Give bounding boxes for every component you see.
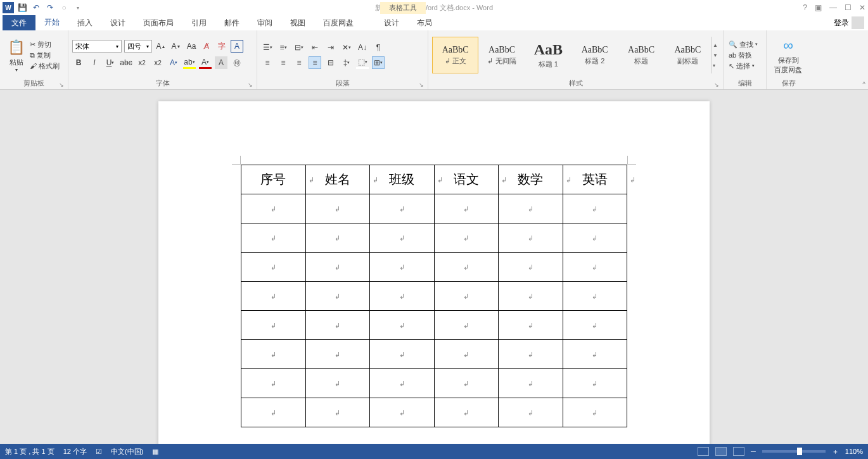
undo-icon[interactable]: ↶ bbox=[30, 2, 42, 13]
table-cell[interactable]: ↲ bbox=[434, 194, 499, 223]
enclose-char-icon[interactable]: ㊞ bbox=[231, 56, 243, 69]
table-cell[interactable]: ↲ bbox=[434, 223, 499, 253]
distribute-icon[interactable]: ⊟ bbox=[324, 56, 337, 69]
table-cell[interactable]: ↲ bbox=[563, 194, 627, 223]
table-header-cell[interactable]: 语文↲ bbox=[434, 165, 499, 194]
table-cell[interactable]: ↲ bbox=[499, 311, 563, 340]
decrease-indent-icon[interactable]: ⇤ bbox=[309, 41, 321, 54]
login-area[interactable]: 登录 bbox=[834, 16, 864, 29]
styles-scroll[interactable]: ▲▼▾ bbox=[711, 37, 719, 73]
table-cell[interactable]: ↲ bbox=[563, 369, 627, 398]
tab-home[interactable]: 开始 bbox=[35, 15, 68, 32]
table-cell[interactable]: ↲ bbox=[370, 340, 435, 369]
select-button[interactable]: ↖选择▾ bbox=[729, 61, 758, 71]
table-header-cell[interactable]: 序号↲ bbox=[241, 165, 306, 194]
table-cell[interactable]: ↲ bbox=[241, 223, 306, 253]
table-cell[interactable]: ↲ bbox=[499, 253, 563, 282]
minimize-icon[interactable]: — bbox=[829, 3, 837, 12]
shrink-font-icon[interactable]: A▼ bbox=[170, 40, 182, 53]
maximize-icon[interactable]: ☐ bbox=[845, 3, 852, 12]
word-count[interactable]: 12 个字 bbox=[63, 447, 87, 456]
save-baidu-button[interactable]: ∞ 保存到 百度网盘 bbox=[770, 34, 806, 76]
table-cell[interactable]: ↲ bbox=[499, 369, 563, 398]
align-center-icon[interactable]: ≡ bbox=[277, 56, 290, 69]
strike-button[interactable]: abc bbox=[120, 56, 132, 69]
table-cell[interactable]: ↲ bbox=[370, 282, 435, 311]
align-right-icon[interactable]: ≡ bbox=[293, 56, 305, 69]
table-cell[interactable]: ↲ bbox=[370, 398, 435, 427]
ribbon-toggle-icon[interactable]: ▣ bbox=[815, 3, 822, 12]
table-cell[interactable]: ↲ bbox=[434, 369, 499, 398]
grow-font-icon[interactable]: A▲ bbox=[155, 40, 167, 53]
line-spacing-icon[interactable]: ‡▾ bbox=[340, 56, 353, 69]
text-direction-icon[interactable]: ✕▾ bbox=[340, 41, 353, 54]
superscript-button[interactable]: x2 bbox=[151, 56, 164, 69]
web-layout-icon[interactable] bbox=[733, 447, 744, 456]
style-item[interactable]: AaBbC↲ 正文 bbox=[432, 37, 478, 73]
table-header-cell[interactable]: 姓名↲ bbox=[305, 165, 370, 194]
show-marks-icon[interactable]: ¶ bbox=[372, 41, 385, 54]
document-table[interactable]: 序号↲姓名↲班级↲语文↲数学↲英语↲↲↲↲↲↲↲↲↲↲↲↲↲↲↲↲↲↲↲↲↲↲↲… bbox=[241, 165, 627, 427]
tab-mailings[interactable]: 邮件 bbox=[215, 15, 248, 31]
help-icon[interactable]: ? bbox=[803, 3, 807, 12]
phonetic-icon[interactable]: 字 bbox=[215, 40, 228, 53]
highlight-icon[interactable]: ab▾ bbox=[183, 56, 196, 69]
tab-view[interactable]: 视图 bbox=[281, 15, 314, 31]
font-color-icon[interactable]: A▾ bbox=[199, 56, 212, 69]
print-layout-icon[interactable] bbox=[715, 447, 727, 456]
style-item[interactable]: AaBbC标题 2 bbox=[571, 37, 618, 73]
clear-format-icon[interactable]: A̸ bbox=[200, 40, 213, 53]
zoom-slider[interactable] bbox=[762, 450, 826, 453]
table-cell[interactable]: ↲ bbox=[563, 223, 627, 253]
align-left-icon[interactable]: ≡ bbox=[261, 56, 274, 69]
table-cell[interactable]: ↲ bbox=[370, 369, 435, 398]
zoom-in-icon[interactable]: ＋ bbox=[832, 447, 839, 456]
table-cell[interactable]: ↲ bbox=[241, 369, 306, 398]
table-cell[interactable]: ↲ bbox=[499, 282, 563, 311]
clipboard-launcher-icon[interactable]: ↘ bbox=[59, 82, 64, 88]
sort-icon[interactable]: A↓ bbox=[356, 41, 369, 54]
table-cell[interactable]: ↲ bbox=[305, 340, 370, 369]
numbering-icon[interactable]: ≡▾ bbox=[277, 41, 290, 54]
table-cell[interactable]: ↲ bbox=[305, 223, 370, 253]
zoom-level[interactable]: 110% bbox=[845, 448, 863, 455]
table-cell[interactable]: ↲ bbox=[499, 398, 563, 427]
qat-dropdown-icon[interactable]: ▾ bbox=[72, 2, 84, 13]
table-cell[interactable]: ↲ bbox=[241, 398, 306, 427]
page-indicator[interactable]: 第 1 页 , 共 1 页 bbox=[5, 447, 54, 456]
format-painter-button[interactable]: 🖌格式刷 bbox=[30, 61, 60, 71]
tab-table-design[interactable]: 设计 bbox=[375, 15, 408, 31]
paste-button[interactable]: 📋 粘贴 ▾ bbox=[4, 36, 29, 74]
table-cell[interactable]: ↲ bbox=[563, 253, 627, 282]
close-icon[interactable]: ✕ bbox=[859, 3, 865, 12]
table-cell[interactable]: ↲ bbox=[241, 311, 306, 340]
char-shading-icon[interactable]: A bbox=[215, 56, 227, 69]
char-border-icon[interactable]: A bbox=[231, 40, 243, 53]
increase-indent-icon[interactable]: ⇥ bbox=[324, 41, 337, 54]
table-header-cell[interactable]: 班级↲ bbox=[370, 165, 435, 194]
find-button[interactable]: 🔍查找▾ bbox=[729, 40, 758, 49]
borders-icon[interactable]: ⊞▾ bbox=[372, 56, 385, 69]
styles-launcher-icon[interactable]: ↘ bbox=[714, 82, 719, 88]
read-mode-icon[interactable] bbox=[698, 447, 709, 456]
document-area[interactable]: 序号↲姓名↲班级↲语文↲数学↲英语↲↲↲↲↲↲↲↲↲↲↲↲↲↲↲↲↲↲↲↲↲↲↲… bbox=[0, 90, 868, 444]
table-cell[interactable]: ↲ bbox=[305, 253, 370, 282]
table-cell[interactable]: ↲ bbox=[434, 311, 499, 340]
underline-button[interactable]: U▾ bbox=[104, 56, 117, 69]
table-cell[interactable]: ↲ bbox=[563, 311, 627, 340]
table-cell[interactable]: ↲ bbox=[499, 340, 563, 369]
macro-icon[interactable]: ▦ bbox=[152, 448, 158, 456]
table-cell[interactable]: ↲ bbox=[434, 340, 499, 369]
style-item[interactable]: AaBbC副标题 bbox=[665, 37, 711, 73]
table-cell[interactable]: ↲ bbox=[499, 223, 563, 253]
table-cell[interactable]: ↲ bbox=[370, 223, 435, 253]
table-header-cell[interactable]: 数学↲ bbox=[499, 165, 563, 194]
justify-icon[interactable]: ≡ bbox=[309, 56, 321, 69]
table-cell[interactable]: ↲ bbox=[305, 398, 370, 427]
tab-design[interactable]: 设计 bbox=[101, 15, 134, 31]
table-cell[interactable]: ↲ bbox=[370, 194, 435, 223]
text-effects-icon[interactable]: A▾ bbox=[167, 56, 180, 69]
style-item[interactable]: AaBbC↲ 无间隔 bbox=[478, 37, 525, 73]
table-cell[interactable]: ↲ bbox=[305, 311, 370, 340]
ribbon-collapse-icon[interactable]: ^ bbox=[862, 81, 865, 88]
